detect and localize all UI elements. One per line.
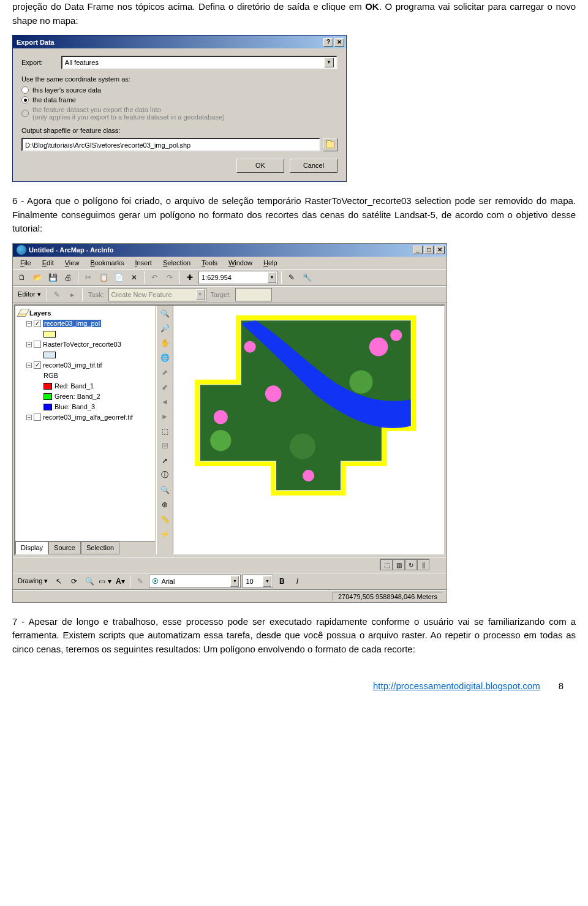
bold-button[interactable]: B [275,575,288,588]
measure-icon[interactable]: 📏 [158,513,172,526]
text: RGB [43,372,58,379]
fixed-zoom-out-icon[interactable]: ⬋ [158,380,172,394]
target-dropdown [235,288,272,301]
copy-icon[interactable]: 📋 [97,271,110,284]
radio-label: the data frame [32,96,76,104]
scale-dropdown[interactable]: 1:629.954 ▼ [198,271,278,284]
save-icon[interactable]: 💾 [46,271,59,284]
select-elements-icon[interactable]: ➚ [158,454,172,467]
paste-icon[interactable]: 📄 [112,271,126,284]
pause-drawing-button[interactable]: ‖ [417,559,429,570]
layer-symbol[interactable] [18,329,153,339]
back-extent-icon[interactable]: ◄ [158,395,172,409]
redo-icon[interactable]: ↷ [163,271,176,284]
titlebar: Export Data ? ✕ [13,36,346,48]
dropdown-value: All features [65,59,324,66]
go-to-xy-icon[interactable]: ⊕ [158,498,172,512]
arcmap-window: Untitled - ArcMap - ArcInfo _ □ ✕ File E… [12,243,447,603]
new-icon[interactable]: 🗋 [15,271,29,284]
browse-button[interactable] [323,138,337,151]
table-of-contents: Layers −✓ recorte03_img_pol − RasterToVe… [15,306,156,554]
footer-link[interactable]: http://processamentodigital.blogspot.com [373,681,540,691]
tab-selection[interactable]: Selection [81,542,119,554]
toolbox-icon[interactable]: 🔧 [300,271,314,284]
zoom-in-icon[interactable]: 🔍 [158,307,172,320]
text-tool-icon[interactable]: A ▾ [113,575,127,588]
layer-item[interactable]: −✓ recorte03_img_tif.tif [18,360,153,371]
toc-tabs: Display Source Selection [15,541,155,554]
layers-root[interactable]: Layers [18,308,153,319]
rectangle-tool-icon[interactable]: ▭ ▾ [98,575,111,588]
radio-feature-dataset: the feature dataset you export the data … [21,106,337,121]
menu-edit[interactable]: Edit [37,258,59,268]
maximize-button[interactable]: □ [424,246,434,254]
edit-tool-icon[interactable]: ✎ [50,288,64,301]
menu-window[interactable]: Window [224,258,257,268]
close-button[interactable]: ✕ [435,246,445,254]
hyperlink-icon[interactable]: ⚡ [158,527,172,541]
radio-icon [21,86,29,94]
font-dropdown[interactable]: ⦿ Arial ▼ [149,575,241,588]
refresh-button[interactable]: ↻ [405,559,417,570]
chevron-down-icon: ▼ [196,289,205,300]
sketch-tool-icon[interactable]: ▸ [66,288,79,301]
svg-point-0 [244,341,255,352]
menu-tools[interactable]: Tools [197,258,222,268]
layer-item[interactable]: − recorte03_img_alfa_georref.tif [18,412,153,423]
radio-source-data[interactable]: this layer's source data [21,86,337,94]
map-view[interactable] [173,306,444,554]
band-label: Blue: Band_3 [55,403,95,410]
select-features-icon[interactable]: ⬚ [158,425,172,438]
add-data-icon[interactable]: ✚ [183,271,197,284]
export-dropdown[interactable]: All features ▼ [61,56,337,69]
svg-point-1 [265,385,282,402]
layer-symbol[interactable] [18,350,153,360]
print-icon[interactable]: 🖨 [61,271,75,284]
swatch-icon [43,331,56,338]
menu-help[interactable]: Help [258,258,282,268]
cut-icon[interactable]: ✂ [81,271,95,284]
delete-icon[interactable]: ✕ [127,271,141,284]
folder-icon [326,142,334,148]
rotate-icon[interactable]: ⟳ [67,575,81,588]
menu-view[interactable]: View [60,258,85,268]
menu-insert[interactable]: Insert [130,258,157,268]
zoom-whole-page-icon[interactable]: 🔍 [83,575,96,588]
tab-display[interactable]: Display [15,542,48,554]
select-elements-icon[interactable]: ↖ [52,575,66,588]
menu-bookmarks[interactable]: Bookmarks [85,258,129,268]
font-value: Arial [161,578,228,585]
pan-icon[interactable]: ✋ [158,336,172,350]
layer-item[interactable]: − RasterToVector_recorte03 [18,339,153,350]
layer-item[interactable]: −✓ recorte03_img_pol [18,319,153,329]
data-view-button[interactable]: ⬚ [380,559,393,570]
drawing-menu[interactable]: Drawing ▾ [15,577,50,585]
full-extent-icon[interactable]: 🌐 [158,351,172,364]
output-path-input[interactable]: D:\Blog\tutoriais\ArcGIS\vetores\recorte… [21,138,320,151]
editor-toolbar-icon[interactable]: ✎ [285,271,298,284]
ok-button[interactable]: OK [236,159,284,173]
zoom-out-icon[interactable]: 🔎 [158,322,172,335]
export-label: Export: [21,59,43,66]
radio-data-frame[interactable]: the data frame [21,96,337,104]
tab-source[interactable]: Source [48,542,81,554]
layout-view-button[interactable]: ▥ [393,559,405,570]
menu-selection[interactable]: Selection [158,258,195,268]
forward-extent-icon[interactable]: ► [158,410,172,423]
undo-icon[interactable]: ↶ [148,271,161,284]
cancel-button[interactable]: Cancel [290,159,337,173]
help-button[interactable]: ? [323,38,333,47]
fixed-zoom-in-icon[interactable]: ⬈ [158,366,172,379]
task-dropdown: Create New Feature ▼ [108,288,206,301]
font-size-dropdown[interactable]: 10 ▼ [243,575,273,588]
edit-vertices-icon[interactable]: ✎ [134,575,147,588]
clear-selection-icon[interactable]: ☒ [158,439,172,453]
open-icon[interactable]: 📂 [31,271,44,284]
identify-icon[interactable]: ⓘ [158,469,172,482]
close-button[interactable]: ✕ [334,38,344,47]
editor-menu[interactable]: Editor ▾ [15,290,43,298]
find-icon[interactable]: 🔍 [158,483,172,497]
minimize-button[interactable]: _ [413,246,423,254]
italic-button[interactable]: I [290,575,304,588]
menu-file[interactable]: File [15,258,36,268]
